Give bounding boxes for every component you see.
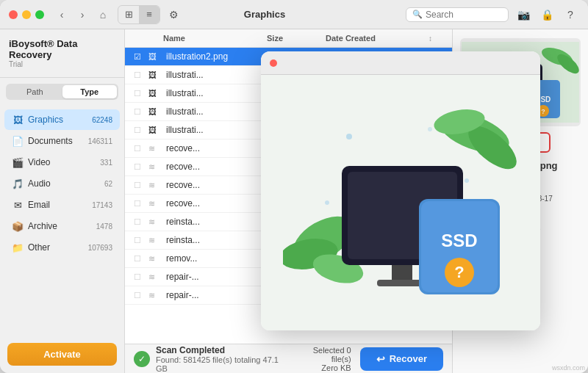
minimize-button[interactable] [22, 10, 31, 19]
forward-button[interactable]: › [74, 6, 91, 23]
sidebar-item-graphics[interactable]: 🖼 Graphics 62248 [4, 109, 120, 130]
file-type-icon: ≋ [148, 199, 163, 209]
selected-count: Selected 0 file(s) [292, 346, 351, 363]
sidebar-items: 🖼 Graphics 62248 📄 Documents 146311 🎬 Vi… [0, 106, 124, 336]
row-checkbox[interactable]: ☐ [134, 144, 148, 153]
sidebar-item-label: Audio [28, 178, 104, 189]
overlay-content: SSD ? [261, 75, 540, 330]
audio-icon: 🎵 [12, 178, 24, 189]
search-input[interactable] [426, 10, 502, 20]
titlebar: ‹ › ⌂ ⊞ ≡ ⚙ Graphics 🔍 📷 🔒 ? [0, 0, 588, 29]
svg-point-3 [325, 200, 329, 205]
search-box[interactable]: 🔍 [406, 7, 509, 22]
date-col-header: Date Created [326, 34, 429, 43]
sidebar-item-label: Documents [28, 136, 88, 146]
sidebar-activate: Activate [0, 336, 124, 373]
camera-button[interactable]: 📷 [514, 6, 532, 23]
size-col-header: Size [267, 34, 326, 43]
row-checkbox[interactable]: ☐ [134, 126, 148, 135]
graphics-icon: 🖼 [12, 114, 24, 126]
archive-icon: 📦 [12, 220, 24, 232]
sidebar-item-label: Other [28, 242, 88, 253]
selected-size: Zero KB [292, 363, 351, 372]
sidebar-item-other[interactable]: 📁 Other 107693 [4, 237, 120, 258]
sidebar-item-label: Archive [28, 221, 96, 231]
file-type-icon: ≋ [148, 181, 163, 190]
sidebar-item-count: 107693 [88, 244, 112, 252]
file-type-icon: ≋ [148, 162, 163, 172]
home-button[interactable]: ⌂ [94, 6, 112, 23]
documents-icon: 📄 [12, 135, 24, 147]
scan-detail: Found: 581425 file(s) totaling 47.1 GB [156, 355, 292, 373]
row-checkbox[interactable]: ☐ [134, 217, 148, 227]
maximize-button[interactable] [35, 10, 44, 19]
video-icon: 🎬 [12, 156, 24, 168]
scan-complete-icon: ✓ [134, 351, 150, 367]
sidebar-item-audio[interactable]: 🎵 Audio 62 [4, 173, 120, 194]
sidebar-item-documents[interactable]: 📄 Documents 146311 [4, 131, 120, 151]
trial-label: Trial [9, 60, 115, 68]
sidebar-tabs: Path Type [6, 84, 118, 100]
sidebar-item-label: Graphics [28, 115, 92, 125]
watermark: wsxdn.com [552, 364, 585, 372]
app-name: iBoysoft® Data Recovery [9, 38, 115, 60]
file-type-icon: 🖼 [148, 107, 163, 116]
row-checkbox[interactable]: ☐ [134, 272, 148, 282]
lock-button[interactable]: 🔒 [538, 6, 556, 23]
close-button[interactable] [9, 10, 18, 19]
sidebar-header: iBoysoft® Data Recovery Trial [0, 29, 124, 78]
row-checkbox[interactable]: ☐ [134, 162, 148, 172]
sidebar-item-count: 331 [100, 159, 112, 167]
row-checkbox[interactable]: ☐ [134, 236, 148, 245]
row-checkbox[interactable]: ☐ [134, 89, 148, 98]
illustration-svg: SSD ? [283, 93, 518, 313]
tab-path[interactable]: Path [7, 85, 62, 98]
help-button[interactable]: ? [562, 6, 579, 23]
svg-text:?: ? [454, 263, 464, 281]
row-checkbox[interactable]: ☐ [134, 107, 148, 117]
email-icon: ✉ [12, 199, 24, 211]
row-checkbox[interactable]: ☐ [134, 181, 148, 190]
row-checkbox[interactable]: ☐ [134, 254, 148, 264]
app-window: ‹ › ⌂ ⊞ ≡ ⚙ Graphics 🔍 📷 🔒 ? iBoysoft® D… [0, 0, 588, 373]
row-checkbox[interactable]: ☐ [134, 199, 148, 209]
file-type-icon: 🖼 [148, 126, 163, 134]
sidebar-item-count: 62248 [92, 116, 112, 124]
tab-type[interactable]: Type [62, 85, 118, 98]
row-checkbox[interactable]: ☐ [134, 70, 148, 80]
actions-col: ↕ [429, 34, 443, 43]
titlebar-right: 🔍 📷 🔒 ? [406, 6, 579, 23]
nav-buttons: ‹ › ⌂ [53, 6, 112, 23]
file-area: Name Size Date Created ↕ ☑ 🖼 illustratio… [125, 29, 452, 373]
recover-button[interactable]: ↩ Recover [360, 347, 443, 371]
row-checkbox[interactable]: ☐ [134, 291, 148, 300]
sidebar-item-count: 146311 [88, 137, 112, 145]
sidebar-item-label: Video [28, 157, 100, 167]
sidebar-item-email[interactable]: ✉ Email 17143 [4, 195, 120, 215]
sidebar-item-video[interactable]: 🎬 Video 331 [4, 152, 120, 173]
row-checkbox[interactable]: ☑ [134, 52, 148, 62]
overlay-close-dot[interactable] [270, 59, 277, 67]
search-icon: 🔍 [412, 10, 423, 19]
svg-text:SSD: SSD [441, 231, 477, 250]
svg-point-1 [465, 178, 469, 183]
back-button[interactable]: ‹ [53, 6, 71, 23]
svg-rect-13 [392, 265, 412, 280]
file-type-icon: ≋ [148, 291, 163, 300]
svg-point-4 [428, 127, 432, 131]
file-type-icon: ≋ [148, 236, 163, 245]
svg-point-0 [346, 134, 352, 140]
traffic-lights [9, 10, 44, 19]
selected-info: Selected 0 file(s) Zero KB [292, 346, 351, 372]
file-type-icon: ≋ [148, 217, 163, 227]
file-type-icon: ≋ [148, 272, 163, 282]
sidebar-item-label: Email [28, 200, 92, 210]
status-right: Selected 0 file(s) Zero KB ↩ Recover [292, 346, 443, 372]
file-type-icon: 🖼 [148, 70, 163, 79]
sidebar-item-archive[interactable]: 📦 Archive 1478 [4, 216, 120, 236]
file-type-icon: ≋ [148, 254, 163, 264]
activate-button[interactable]: Activate [7, 343, 117, 366]
scan-status: Scan Completed Found: 581425 file(s) tot… [156, 345, 292, 373]
table-header: Name Size Date Created ↕ [125, 29, 452, 48]
file-type-icon: ≋ [148, 144, 163, 153]
